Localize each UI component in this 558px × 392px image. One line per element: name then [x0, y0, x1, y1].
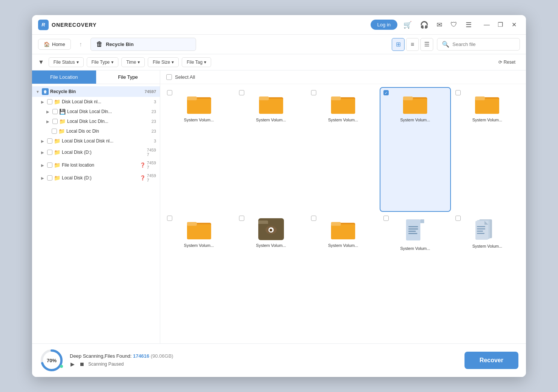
minimize-button[interactable]: —	[481, 19, 493, 31]
file-item[interactable]: System Volum...	[307, 213, 379, 340]
list-icon-button[interactable]: ☰	[463, 19, 474, 31]
file-item-selected[interactable]: ✓ System Volum...	[380, 87, 451, 212]
sidebar-tabs: File Location File Type	[32, 70, 160, 84]
select-all-label[interactable]: Select All	[175, 74, 195, 80]
file-type-filter[interactable]: File Type ▾	[87, 57, 118, 67]
tree-item-label: Recycle Bin	[50, 89, 143, 94]
tree-item-file-lost-location[interactable]: ▶ 📁 File lost location ❓ 74597	[32, 159, 160, 172]
tree-check-local-loc[interactable]	[52, 119, 58, 124]
search-input[interactable]	[452, 41, 515, 47]
tree-item-local-dis-oc[interactable]: 📁 Local Dis oc Dln 23	[32, 126, 160, 136]
tree-item-count: 3	[154, 139, 156, 143]
folder-icon: 📁	[54, 99, 60, 105]
tree-check-file-lost[interactable]	[47, 162, 52, 168]
file-item-checkbox[interactable]	[455, 90, 461, 95]
svg-rect-27	[408, 233, 417, 234]
svg-rect-10	[403, 99, 427, 114]
recover-button[interactable]: Recover	[464, 352, 518, 369]
tree-item-local-disk-din[interactable]: ▶ 💾 Local Disk Local Dln... 23	[32, 107, 160, 116]
tree-check-local-d2[interactable]	[47, 175, 52, 181]
stop-button[interactable]: ⏹	[78, 360, 85, 368]
tree-item-label: Local Disk (D:)	[62, 175, 138, 181]
file-item-doc[interactable]: System Volum...	[380, 213, 451, 340]
svg-rect-34	[477, 231, 483, 232]
tree-item-disk-local-nl[interactable]: ▶ 📁 Disk Local Disk nl... 3	[32, 97, 160, 107]
help-icon: ❓	[140, 162, 146, 168]
file-item-checkbox[interactable]	[167, 216, 172, 221]
folder-icon-wrap	[330, 92, 356, 115]
multidoc-front-icon	[475, 221, 492, 241]
tree-check-local-d[interactable]	[47, 150, 52, 155]
file-tag-filter[interactable]: File Tag ▾	[182, 57, 211, 67]
close-button[interactable]: ✕	[508, 19, 520, 31]
tree-item-count: 74597	[144, 89, 156, 94]
tree-check-local-nl2[interactable]	[47, 138, 52, 144]
file-item-checkbox[interactable]	[167, 90, 172, 95]
sidebar: File Location File Type ▼ 🗑 Recycle Bin …	[32, 70, 160, 343]
file-item[interactable]: System Volum...	[452, 87, 523, 212]
grid-view-button[interactable]: ⊞	[392, 38, 405, 51]
svg-rect-35	[477, 233, 484, 234]
reset-filter-button[interactable]: ⟳ Reset	[494, 58, 520, 67]
files-found-count: 174616	[133, 353, 149, 359]
tree-item-recycle-bin[interactable]: ▼ 🗑 Recycle Bin 74597	[32, 86, 160, 97]
tree-item-local-disk-nl2[interactable]: ▶ 📁 Local Disk Local Disk nl... 3	[32, 136, 160, 146]
file-name: System Volum...	[472, 117, 502, 122]
chevron-right-icon: ▶	[41, 150, 46, 155]
file-item-checkbox[interactable]	[239, 216, 244, 221]
svg-rect-7	[331, 99, 355, 114]
svg-rect-2	[187, 96, 197, 100]
tree-item-local-disk-d[interactable]: ▶ 📁 Local Disk (D:) 74597	[32, 146, 160, 159]
mail-icon-button[interactable]: ✉	[434, 19, 445, 31]
login-button[interactable]: Log in	[371, 20, 397, 30]
tree-check-disk-local-nl[interactable]	[47, 99, 52, 104]
select-all-checkbox[interactable]	[166, 74, 172, 80]
folder-icon	[331, 219, 355, 239]
nav-up-button[interactable]: ↑	[75, 38, 87, 51]
file-item-multidoc[interactable]: System Volum...	[452, 213, 523, 340]
file-item[interactable]: System Volum...	[235, 87, 307, 212]
file-item-checkbox[interactable]	[311, 216, 316, 221]
chevron-right-icon: ▶	[41, 176, 46, 180]
svg-rect-26	[408, 231, 416, 232]
file-item-checkbox[interactable]	[455, 216, 461, 221]
cart-icon-button[interactable]: 🛒	[401, 19, 414, 31]
svg-rect-14	[475, 96, 485, 100]
detail-view-button[interactable]: ☰	[420, 38, 433, 51]
file-item-checkbox[interactable]: ✓	[383, 90, 389, 95]
file-size-filter[interactable]: File Size ▾	[148, 57, 179, 67]
tree-item-local-disk-d2[interactable]: ▶ 📁 Local Disk (D:) ❓ 74597	[32, 172, 160, 184]
home-button[interactable]: 🏠 Home	[38, 39, 71, 50]
tree-check-local-oc[interactable]	[52, 129, 57, 134]
file-item-checkbox[interactable]	[383, 216, 389, 221]
file-item[interactable]: System Volum...	[163, 213, 235, 340]
file-item-checkbox[interactable]	[239, 90, 244, 95]
chevron-down-icon: ▾	[204, 60, 206, 65]
chevron-right-icon: ▶	[41, 163, 46, 167]
folder-icon: 📁	[54, 175, 60, 181]
file-item[interactable]: System Volum...	[163, 87, 235, 212]
file-item-checkbox[interactable]	[311, 90, 316, 95]
file-item-eye-folder[interactable]: System Volum...	[235, 213, 307, 340]
title-bar-actions: Log in 🛒 🎧 ✉ 🛡 ☰ — ❐ ✕	[371, 19, 520, 31]
shield-icon-button[interactable]: 🛡	[448, 19, 460, 30]
svg-rect-16	[187, 224, 211, 239]
file-grid: System Volum... System Volum...	[160, 84, 526, 343]
search-box[interactable]: 🔍	[437, 38, 520, 51]
chevron-down-icon: ▾	[138, 60, 140, 65]
file-item[interactable]: System Volum...	[307, 87, 379, 212]
tree-check-local-din[interactable]	[52, 109, 58, 114]
app-logo-icon: R	[38, 20, 49, 30]
chevron-right-icon: ▶	[46, 110, 51, 114]
file-status-filter[interactable]: File Status ▾	[49, 57, 84, 67]
tree-item-local-disk-loc[interactable]: ▶ 📁 Local Disk Loc Dln... 23	[32, 116, 160, 126]
file-name: System Volum...	[184, 117, 214, 122]
tab-file-location[interactable]: File Location	[32, 70, 96, 84]
tree-item-count: 23	[152, 129, 156, 133]
maximize-button[interactable]: ❐	[494, 19, 506, 31]
list-view-button[interactable]: ≡	[406, 38, 419, 51]
tab-file-type[interactable]: File Type	[96, 70, 160, 84]
play-button[interactable]: ▶	[70, 360, 75, 368]
time-filter[interactable]: Time ▾	[121, 57, 145, 67]
headset-icon-button[interactable]: 🎧	[418, 19, 431, 31]
